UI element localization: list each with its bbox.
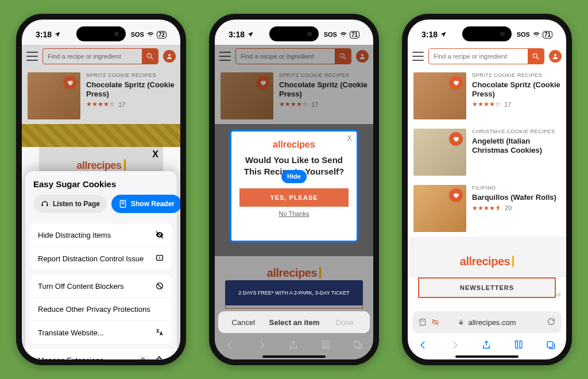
sos-label: SOS <box>324 31 337 38</box>
favorite-button[interactable] <box>449 132 463 146</box>
recipe-category: FILIPINO <box>472 185 556 191</box>
svg-point-0 <box>147 53 151 57</box>
menu-group-2: Turn Off Content Blockers Reduce Other P… <box>30 274 172 344</box>
menu-group-1: Hide Distracting Items Report Distractio… <box>30 223 172 270</box>
svg-point-17 <box>533 53 537 57</box>
reader-icon <box>118 199 127 208</box>
selected-popup[interactable]: X allrecipes Would You Like to Send This… <box>230 130 358 242</box>
back-icon[interactable] <box>225 340 235 350</box>
recipe-card[interactable]: SPRITZ COOKIE RECIPES Chocolate Spritz (… <box>22 68 180 124</box>
phone-reader-sheet: 3:18 SOS 72 <box>16 14 186 365</box>
person-icon <box>552 53 559 60</box>
search-icon <box>146 52 154 60</box>
battery-level: 72 <box>157 31 167 38</box>
person-icon <box>166 53 173 60</box>
home-indicator <box>262 355 326 358</box>
back-icon[interactable] <box>418 340 428 350</box>
cancel-button[interactable]: Cancel <box>218 318 269 327</box>
search-box[interactable] <box>42 48 158 64</box>
favorite-button[interactable] <box>449 188 463 202</box>
location-icon <box>247 31 254 38</box>
safari-page: SPRITZ COOKIE RECIPES Chocolate Spritz (… <box>215 45 373 359</box>
puzzle-icon <box>155 355 164 359</box>
brand-logo: allrecipes <box>76 157 125 172</box>
safari-page-dimmed: SPRITZ COOKIE RECIPES Chocolate Spritz (… <box>22 45 180 359</box>
recipe-thumbnail <box>413 129 466 176</box>
safari-page: SPRITZ COOKIE RECIPES Chocolate Spritz (… <box>408 45 566 359</box>
close-icon[interactable]: X <box>152 149 158 160</box>
clock: 3:18 <box>36 30 52 39</box>
menu-icon[interactable] <box>26 52 38 61</box>
yes-please-button[interactable]: YES, PLEASE <box>239 188 349 207</box>
wifi-icon <box>339 31 347 38</box>
page-settings-icon[interactable] <box>418 318 427 327</box>
svg-point-19 <box>554 54 556 56</box>
share-icon[interactable] <box>288 340 299 350</box>
ad-label: Ad <box>554 292 560 297</box>
reduce-privacy-protections[interactable]: Reduce Other Privacy Protections <box>30 298 172 321</box>
recipe-thumbnail <box>28 72 80 119</box>
tabs-icon[interactable] <box>353 340 363 350</box>
search-input[interactable] <box>43 53 142 60</box>
extension-count-badge: 9 <box>138 356 148 359</box>
distraction-icon[interactable] <box>431 318 440 327</box>
phone-hide-element: 3:18 SOS 71 SPRITZ COOKIE RECIPES <box>209 14 379 365</box>
ad-banner[interactable]: 2 DAYS FREE* WITH A 2-PARK, 3-DAY TICKET <box>225 280 363 305</box>
brand-logo: allrecipes <box>273 140 315 150</box>
reload-button[interactable] <box>547 317 556 328</box>
clock: 3:18 <box>229 30 245 39</box>
show-reader-button[interactable]: Show Reader <box>111 195 180 213</box>
profile-button[interactable] <box>549 50 562 63</box>
favorite-button[interactable] <box>63 76 77 90</box>
recipe-title: Barquillos (Wafer Rolls) <box>472 193 556 202</box>
menu-group-3: Manage Extensions 9 Noir <box>30 349 172 359</box>
bookmarks-icon[interactable] <box>513 340 524 350</box>
brand-logo: allrecipes <box>460 254 514 268</box>
recipe-card[interactable]: FILIPINO Barquillos (Wafer Rolls) ★★★★⯨2… <box>408 180 566 237</box>
svg-rect-24 <box>547 342 553 347</box>
share-icon[interactable] <box>481 340 492 350</box>
recipe-card[interactable]: SPRITZ COOKIE RECIPES Chocolate Spritz (… <box>408 68 566 124</box>
forward-icon[interactable] <box>257 340 267 350</box>
turn-off-content-blockers[interactable]: Turn Off Content Blockers <box>30 274 172 298</box>
page-settings-sheet: Easy Sugar Cookies Listen to Page Show R… <box>25 171 177 356</box>
search-button[interactable] <box>528 48 544 64</box>
menu-icon[interactable] <box>412 52 424 61</box>
search-button[interactable] <box>142 48 158 64</box>
heart-icon <box>452 136 459 142</box>
location-icon <box>54 31 61 38</box>
tabs-icon[interactable] <box>546 340 556 350</box>
svg-line-9 <box>157 284 162 288</box>
popup-close[interactable]: X <box>347 134 352 142</box>
dynamic-island <box>269 26 319 41</box>
svg-line-18 <box>537 57 539 60</box>
recipe-title: Angeletti (Italian Christmas Cookies) <box>472 137 560 154</box>
reload-icon <box>547 317 556 326</box>
hide-distracting-items[interactable]: Hide Distracting Items <box>30 223 172 247</box>
manage-extensions[interactable]: Manage Extensions 9 <box>30 349 172 359</box>
svg-line-1 <box>151 57 153 60</box>
dynamic-island <box>462 26 512 41</box>
wifi-icon <box>146 31 154 38</box>
listen-to-page-button[interactable]: Listen to Page <box>33 195 107 213</box>
hide-chip[interactable]: Hide <box>281 170 307 183</box>
bookmarks-icon[interactable] <box>320 340 331 350</box>
location-icon <box>440 31 447 38</box>
report-distraction-issue[interactable]: Report Distraction Control Issue <box>30 247 172 270</box>
profile-button[interactable] <box>163 50 176 63</box>
newsletters-button[interactable]: NEWSLETTERS <box>418 277 556 298</box>
translate-website[interactable]: Translate Website... <box>30 321 172 344</box>
battery-level: 71 <box>543 31 552 38</box>
address-bar[interactable]: allrecipes.com <box>412 311 562 333</box>
search-box[interactable] <box>428 48 544 64</box>
sheet-title: Easy Sugar Cookies <box>33 179 169 189</box>
recipe-category: SPRITZ COOKIE RECIPES <box>86 72 175 78</box>
heart-icon <box>452 192 459 199</box>
recipe-card[interactable]: CHRISTMAS COOKIE RECIPES Angeletti (Ital… <box>408 124 566 180</box>
phone-clean-page: 3:18 SOS 71 SPRITZ COOKIE RECIPES Chocol… <box>402 14 572 365</box>
translate-icon <box>155 328 164 337</box>
svg-point-2 <box>168 54 171 56</box>
favorite-button[interactable] <box>449 76 463 90</box>
search-input[interactable] <box>429 53 528 60</box>
no-thanks-link[interactable]: No Thanks <box>279 210 310 217</box>
